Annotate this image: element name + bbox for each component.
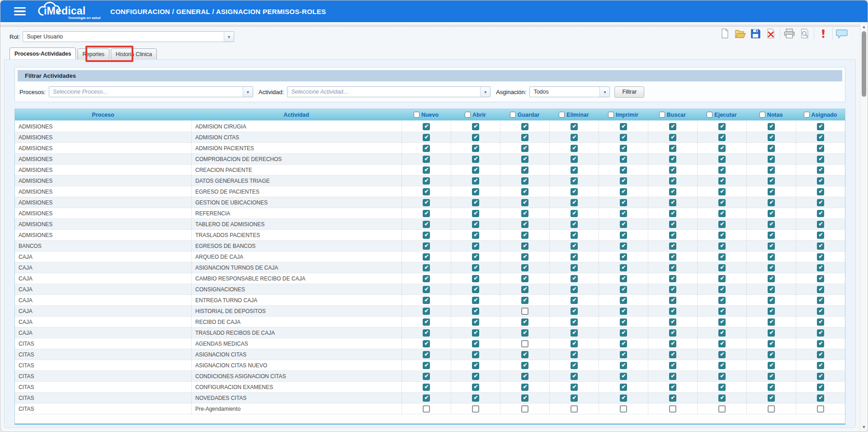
checkbox-checked[interactable]: [768, 394, 775, 402]
checkbox-checked[interactable]: [768, 145, 775, 152]
checkbox-checked[interactable]: [472, 264, 479, 271]
checkbox-checked[interactable]: [817, 351, 824, 358]
breadcrumb[interactable]: CONFIGURACION / GENERAL / ASIGNACION PER…: [110, 8, 326, 15]
checkbox-checked[interactable]: [423, 253, 430, 261]
checkbox-checked[interactable]: [817, 318, 824, 326]
checkbox-checked[interactable]: [571, 264, 578, 271]
checkbox-checked[interactable]: [817, 297, 824, 304]
checkbox-unchecked[interactable]: [521, 308, 528, 315]
open-folder-icon[interactable]: [732, 27, 748, 40]
checkbox-checked[interactable]: [521, 145, 528, 152]
column-header-label[interactable]: Imprimir: [616, 112, 638, 118]
checkbox-checked[interactable]: [620, 210, 627, 217]
checkbox-checked[interactable]: [620, 232, 627, 239]
checkbox-unchecked[interactable]: [768, 405, 775, 413]
checkbox-checked[interactable]: [620, 123, 627, 130]
print-icon[interactable]: [782, 27, 797, 40]
checkbox-checked[interactable]: [669, 264, 676, 271]
checkbox-checked[interactable]: [718, 210, 726, 217]
checkbox-checked[interactable]: [472, 308, 479, 315]
checkbox-checked[interactable]: [472, 145, 479, 152]
checkbox-checked[interactable]: [423, 275, 430, 282]
checkbox-checked[interactable]: [817, 156, 824, 163]
checkbox-checked[interactable]: [768, 308, 775, 315]
checkbox-checked[interactable]: [669, 221, 676, 228]
checkbox-checked[interactable]: [768, 199, 775, 206]
checkbox-unchecked[interactable]: [521, 405, 528, 413]
checkbox-checked[interactable]: [718, 394, 726, 402]
checkbox-unchecked[interactable]: [804, 112, 810, 118]
checkbox-unchecked[interactable]: [414, 112, 420, 118]
checkbox-checked[interactable]: [571, 221, 578, 228]
vertical-scrollbar[interactable]: ▲ ▼: [860, 22, 868, 432]
checkbox-checked[interactable]: [571, 318, 578, 326]
checkbox-checked[interactable]: [718, 373, 726, 380]
checkbox-checked[interactable]: [718, 134, 726, 141]
checkbox-checked[interactable]: [768, 188, 775, 195]
checkbox-checked[interactable]: [571, 123, 578, 130]
tab-historia-clinica[interactable]: Historia Clinica: [111, 48, 157, 60]
checkbox-checked[interactable]: [768, 340, 775, 347]
checkbox-checked[interactable]: [768, 373, 775, 380]
checkbox-checked[interactable]: [620, 275, 627, 282]
column-header-label[interactable]: Asignado: [811, 112, 837, 118]
checkbox-checked[interactable]: [521, 362, 528, 369]
checkbox-checked[interactable]: [620, 166, 627, 174]
checkbox-checked[interactable]: [768, 329, 775, 337]
checkbox-checked[interactable]: [521, 177, 528, 185]
checkbox-checked[interactable]: [718, 166, 726, 174]
checkbox-checked[interactable]: [472, 232, 479, 239]
checkbox-checked[interactable]: [571, 373, 578, 380]
checkbox-checked[interactable]: [817, 394, 824, 402]
checkbox-checked[interactable]: [423, 297, 430, 304]
checkbox-checked[interactable]: [620, 384, 627, 391]
checkbox-unchecked[interactable]: [465, 112, 471, 118]
checkbox-checked[interactable]: [423, 166, 430, 174]
checkbox-unchecked[interactable]: [669, 405, 676, 413]
checkbox-checked[interactable]: [817, 286, 824, 293]
column-header-label[interactable]: Nuevo: [421, 112, 439, 118]
checkbox-checked[interactable]: [718, 297, 726, 304]
checkbox-checked[interactable]: [571, 286, 578, 293]
checkbox-checked[interactable]: [423, 318, 430, 326]
asignacion-select[interactable]: Todos ▾: [529, 86, 610, 97]
chevron-down-icon[interactable]: ▾: [480, 87, 490, 97]
checkbox-checked[interactable]: [423, 123, 430, 130]
checkbox-checked[interactable]: [817, 210, 824, 217]
checkbox-checked[interactable]: [571, 166, 578, 174]
checkbox-checked[interactable]: [620, 373, 627, 380]
checkbox-checked[interactable]: [521, 221, 528, 228]
checkbox-checked[interactable]: [423, 210, 430, 217]
checkbox-checked[interactable]: [718, 308, 726, 315]
checkbox-checked[interactable]: [472, 253, 479, 261]
checkbox-checked[interactable]: [669, 199, 676, 206]
checkbox-checked[interactable]: [571, 253, 578, 261]
checkbox-unchecked[interactable]: [521, 340, 528, 347]
checkbox-checked[interactable]: [768, 123, 775, 130]
checkbox-checked[interactable]: [718, 199, 726, 206]
checkbox-checked[interactable]: [472, 134, 479, 141]
column-header-label[interactable]: Notas: [767, 112, 783, 118]
checkbox-checked[interactable]: [472, 166, 479, 174]
checkbox-checked[interactable]: [571, 232, 578, 239]
checkbox-unchecked[interactable]: [659, 112, 665, 118]
checkbox-checked[interactable]: [768, 351, 775, 358]
checkbox-checked[interactable]: [718, 340, 726, 347]
checkbox-checked[interactable]: [768, 318, 775, 326]
scrollbar-thumb[interactable]: [862, 31, 866, 97]
checkbox-checked[interactable]: [669, 232, 676, 239]
checkbox-checked[interactable]: [669, 340, 676, 347]
checkbox-checked[interactable]: [620, 199, 627, 206]
checkbox-checked[interactable]: [521, 275, 528, 282]
checkbox-checked[interactable]: [718, 242, 726, 250]
checkbox-checked[interactable]: [817, 340, 824, 347]
checkbox-checked[interactable]: [768, 264, 775, 271]
checkbox-checked[interactable]: [718, 188, 726, 195]
checkbox-checked[interactable]: [472, 275, 479, 282]
checkbox-checked[interactable]: [472, 340, 479, 347]
alert-icon[interactable]: [816, 27, 831, 40]
checkbox-checked[interactable]: [718, 329, 726, 337]
preview-icon[interactable]: [797, 27, 812, 40]
tab-procesos-actividades[interactable]: Procesos-Actividades: [9, 47, 76, 60]
checkbox-checked[interactable]: [521, 297, 528, 304]
